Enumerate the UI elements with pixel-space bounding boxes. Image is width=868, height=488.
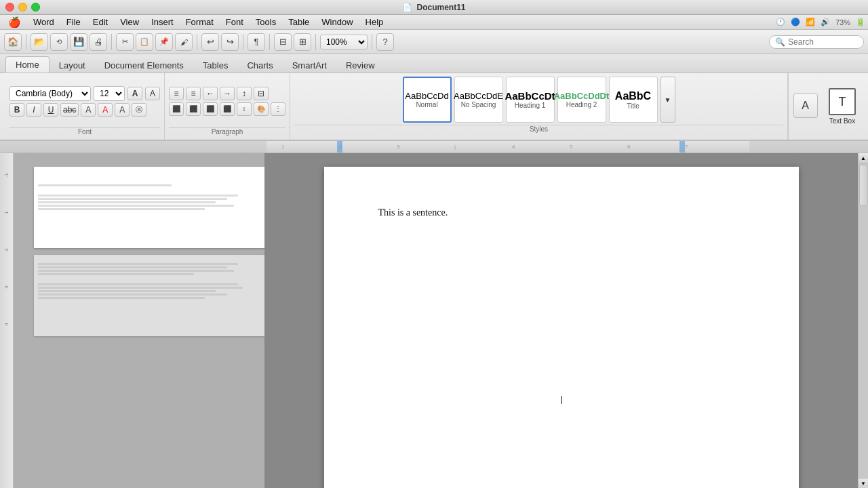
style-nospacing-button[interactable]: AaBbCcDdE No Spacing bbox=[454, 77, 503, 123]
textbox-button[interactable]: T bbox=[829, 88, 856, 115]
menu-font[interactable]: Font bbox=[220, 16, 249, 28]
horizontal-ruler: 1 2 3 | 4 5 6 7 bbox=[0, 141, 868, 153]
textbox-label: Text Box bbox=[829, 117, 855, 125]
shadow-button[interactable]: A bbox=[81, 103, 96, 117]
indent-right-button[interactable]: → bbox=[220, 87, 235, 100]
home-button[interactable]: 🏠 bbox=[4, 33, 22, 51]
style-title-preview: AaBbC bbox=[615, 90, 651, 102]
menu-edit[interactable]: Edit bbox=[87, 16, 113, 28]
document-text[interactable]: This is a sentence. bbox=[378, 207, 745, 218]
shading-button[interactable]: 🎨 bbox=[254, 102, 269, 116]
tab-tables[interactable]: Tables bbox=[193, 58, 238, 73]
tab-charts[interactable]: Charts bbox=[237, 58, 282, 73]
menu-format[interactable]: Format bbox=[180, 16, 219, 28]
document-area[interactable]: This is a sentence. bbox=[264, 153, 858, 488]
bold-button[interactable]: B bbox=[9, 103, 24, 117]
style-h2-button[interactable]: AaBbCcDdDt Heading 2 bbox=[557, 77, 606, 123]
view-toggle[interactable]: ⊟ bbox=[274, 33, 292, 51]
font-shrink-button[interactable]: A bbox=[145, 87, 160, 100]
italic-button[interactable]: I bbox=[26, 103, 41, 117]
tab-layout[interactable]: Layout bbox=[50, 58, 95, 73]
clear-format-button[interactable]: ⓐ bbox=[132, 103, 146, 117]
style-nospacing-label: No Spacing bbox=[461, 101, 496, 108]
tab-review[interactable]: Review bbox=[336, 58, 384, 73]
styles-more-button[interactable]: ▼ bbox=[660, 77, 675, 123]
copy-button[interactable]: 📋 bbox=[136, 33, 153, 51]
columns-button[interactable]: ⋮ bbox=[271, 102, 285, 116]
menu-table[interactable]: Table bbox=[283, 16, 315, 28]
text-cursor bbox=[561, 396, 562, 404]
menu-tools[interactable]: Tools bbox=[250, 16, 281, 28]
zoom-select[interactable]: 100% 75% 125% 150% 200% bbox=[320, 35, 368, 49]
paragraph-group-label: Paragraph bbox=[169, 127, 285, 137]
paragraph-marks[interactable]: ¶ bbox=[248, 33, 265, 51]
print-button[interactable]: 🖨 bbox=[90, 33, 107, 51]
style-h1-button[interactable]: AaBbCcDt Heading 1 bbox=[506, 77, 555, 123]
window-controls[interactable] bbox=[5, 3, 40, 12]
menu-insert[interactable]: Insert bbox=[146, 16, 179, 28]
view-toggle2[interactable]: ⊞ bbox=[294, 33, 311, 51]
list-unordered-button[interactable]: ≡ bbox=[169, 87, 184, 100]
menu-help[interactable]: Help bbox=[360, 16, 389, 28]
menu-word[interactable]: Word bbox=[28, 16, 60, 28]
tab-document-elements[interactable]: Document Elements bbox=[95, 58, 193, 73]
scroll-down-button[interactable]: ▼ bbox=[859, 478, 869, 488]
minimize-button[interactable] bbox=[18, 3, 27, 12]
font-size-select[interactable]: 12 8 10 14 16 18 24 36 48 72 bbox=[94, 86, 125, 101]
indent-left-button[interactable]: ← bbox=[203, 87, 218, 100]
search-box[interactable]: 🔍 bbox=[769, 35, 864, 49]
cut-button[interactable]: ✂ bbox=[116, 33, 134, 51]
apple-menu[interactable]: 🍎 bbox=[3, 16, 26, 28]
strikethrough-button[interactable]: abc bbox=[60, 103, 79, 117]
align-right-button[interactable]: ⬛ bbox=[203, 102, 218, 116]
undo-open-button[interactable]: ⟲ bbox=[50, 33, 68, 51]
format-painter[interactable]: 🖌 bbox=[175, 33, 193, 51]
open-button[interactable]: 📂 bbox=[31, 33, 48, 51]
tab-home[interactable]: Home bbox=[5, 56, 50, 73]
svg-text:7: 7 bbox=[685, 144, 688, 150]
style-normal-button[interactable]: AaBbCcDd Normal bbox=[403, 77, 452, 123]
font-color-a[interactable]: A bbox=[98, 103, 113, 117]
menu-view[interactable]: View bbox=[115, 16, 144, 28]
maximize-button[interactable] bbox=[31, 3, 40, 12]
close-button[interactable] bbox=[5, 3, 14, 12]
svg-text:3: 3 bbox=[397, 144, 400, 150]
menu-file[interactable]: File bbox=[61, 16, 86, 28]
find-replace-button[interactable]: A bbox=[793, 94, 818, 118]
font-grow-button[interactable]: A bbox=[127, 87, 142, 100]
vertical-scrollbar[interactable]: ▲ ▼ bbox=[858, 153, 868, 488]
align-center-button[interactable]: ⬛ bbox=[186, 102, 201, 116]
highlight-button[interactable]: A bbox=[115, 103, 130, 117]
document-page[interactable]: This is a sentence. bbox=[324, 167, 799, 488]
svg-text:6: 6 bbox=[627, 144, 631, 150]
paste-button[interactable]: 📌 bbox=[155, 33, 173, 51]
scroll-up-button[interactable]: ▲ bbox=[859, 153, 869, 163]
style-h1-label: Heading 1 bbox=[515, 102, 546, 109]
save-button[interactable]: 💾 bbox=[70, 33, 87, 51]
style-normal-label: Normal bbox=[416, 101, 437, 108]
style-title-button[interactable]: AaBbC Title bbox=[609, 77, 658, 123]
align-left-button[interactable]: ⬛ bbox=[169, 102, 184, 116]
menu-window[interactable]: Window bbox=[316, 16, 358, 28]
font-name-select[interactable]: Cambria (Body) Arial Times New Roman Hel… bbox=[9, 86, 91, 101]
svg-rect-9 bbox=[337, 141, 342, 153]
underline-button[interactable]: U bbox=[43, 103, 58, 117]
separator6 bbox=[315, 34, 316, 50]
separator7 bbox=[372, 34, 372, 50]
align-justify-button[interactable]: ⬛ bbox=[220, 102, 235, 116]
page-thumbnail-1 bbox=[34, 167, 264, 248]
list-ordered-button[interactable]: ≡ bbox=[186, 87, 201, 100]
help-button[interactable]: ? bbox=[376, 33, 394, 51]
redo-button[interactable]: ↪ bbox=[221, 33, 239, 51]
line-spacing-button[interactable]: ↕ bbox=[237, 102, 252, 116]
sort-button[interactable]: ↕ bbox=[237, 87, 252, 100]
scroll-thumb[interactable] bbox=[859, 165, 868, 205]
tab-smartart[interactable]: SmartArt bbox=[283, 58, 336, 73]
svg-rect-10 bbox=[679, 141, 685, 153]
textbox-area: T Text Box bbox=[822, 73, 863, 140]
undo-button[interactable]: ↩ bbox=[201, 33, 219, 51]
svg-text:4: 4 bbox=[512, 144, 515, 150]
search-input[interactable] bbox=[788, 37, 858, 47]
border-button[interactable]: ⊟ bbox=[254, 87, 269, 100]
scroll-track[interactable] bbox=[859, 163, 868, 478]
